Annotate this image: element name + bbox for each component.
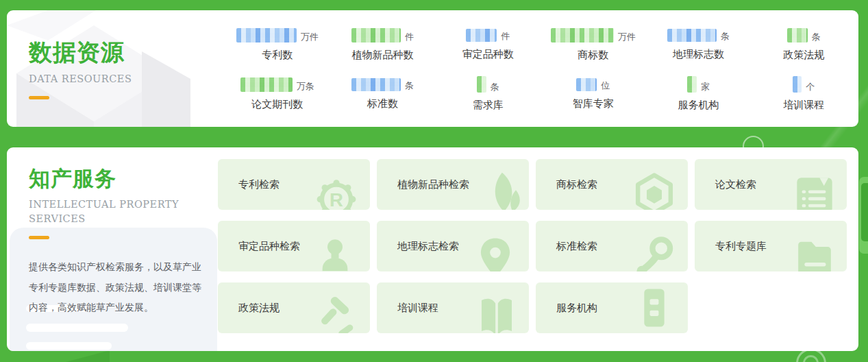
censored-number-mosaic bbox=[787, 28, 808, 43]
service-card-label: 服务机构 bbox=[556, 302, 597, 315]
stat-unit: 家 bbox=[701, 82, 710, 93]
stat-label: 专利数 bbox=[262, 49, 293, 62]
stat-item: 条地理标志数 bbox=[646, 21, 752, 68]
service-card-label: 标准检索 bbox=[556, 240, 597, 253]
stat-label: 商标数 bbox=[578, 49, 608, 62]
stat-item: 条政策法规 bbox=[751, 21, 856, 68]
stat-item: 万件专利数 bbox=[225, 21, 330, 68]
stat-unit: 条 bbox=[491, 82, 499, 93]
service-card-label: 地理标志检索 bbox=[397, 240, 459, 253]
service-card-leaf[interactable]: 植物新品种检索 bbox=[377, 159, 529, 210]
stat-label: 服务机构 bbox=[678, 99, 719, 112]
service-card-hexagon-badge[interactable]: 商标检索 bbox=[536, 159, 688, 210]
censored-number-mosaic bbox=[240, 77, 293, 92]
service-card-building[interactable]: 服务机构 bbox=[536, 282, 688, 333]
stamp-icon bbox=[312, 234, 358, 272]
section-title: 数据资源 bbox=[29, 39, 132, 66]
stat-label: 需求库 bbox=[473, 99, 504, 112]
censored-number-mosaic bbox=[667, 29, 717, 42]
stat-label: 智库专家 bbox=[573, 97, 614, 110]
service-card-folder[interactable]: 专利专题库 bbox=[695, 221, 847, 272]
magnifier-icon bbox=[633, 234, 678, 272]
homepage-sections: 数据资源 DATA RESOURCES 万件专利数件植物新品种数件审定品种数万件… bbox=[0, 0, 868, 362]
stat-unit: 件 bbox=[501, 32, 510, 42]
censored-number-mosaic bbox=[477, 76, 486, 93]
censored-number-mosaic bbox=[236, 28, 297, 43]
placeholder-bar bbox=[26, 342, 112, 350]
data-resources-title-block: 数据资源 DATA RESOURCES bbox=[29, 39, 132, 99]
stat-label: 培训课程 bbox=[783, 99, 824, 112]
section-subtitle: INTELLECTUAL PROPERTY SERVICES bbox=[29, 197, 179, 226]
stat-unit: 万条 bbox=[297, 82, 314, 92]
right-edge-tab-inner-decoration bbox=[861, 183, 868, 241]
service-card-label: 商标检索 bbox=[556, 178, 597, 191]
censored-number-mosaic bbox=[687, 76, 697, 93]
stat-unit: 位 bbox=[601, 81, 610, 91]
service-card-label: 论文检索 bbox=[715, 178, 756, 191]
leaf-icon bbox=[478, 170, 523, 210]
stat-label: 政策法规 bbox=[783, 49, 824, 62]
dark-corner-triangle-decoration bbox=[66, 350, 110, 362]
patent-gear-icon: R bbox=[314, 174, 359, 210]
service-card-map-pin[interactable]: 地理标志检索 bbox=[377, 221, 529, 272]
stat-unit: 万件 bbox=[618, 32, 636, 43]
service-card-label: 植物新品种检索 bbox=[397, 178, 469, 191]
stat-label: 审定品种数 bbox=[462, 48, 514, 61]
service-card-open-book[interactable]: 培训课程 bbox=[377, 282, 529, 333]
ip-services-panel: 知产服务 INTELLECTUAL PROPERTY SERVICES 提供各类… bbox=[7, 147, 858, 351]
service-card-label: 培训课程 bbox=[397, 302, 438, 315]
service-card-label: 政策法规 bbox=[238, 302, 280, 315]
service-cards-grid: 专利检索 R植物新品种检索 商标检索 论文检索 审定品种检索 地理标志检索 标准… bbox=[218, 159, 847, 333]
stat-item: 个培训课程 bbox=[751, 71, 856, 117]
stat-label: 论文期刊数 bbox=[251, 98, 303, 111]
orange-dash-decoration bbox=[29, 236, 49, 239]
building-icon bbox=[632, 285, 677, 330]
stat-item: 条需求库 bbox=[435, 71, 541, 117]
stat-item: 件植物新品种数 bbox=[330, 21, 436, 68]
service-card-stamp[interactable]: 审定品种检索 bbox=[218, 221, 370, 272]
document-list-icon bbox=[792, 171, 837, 210]
stat-item: 家服务机构 bbox=[646, 71, 752, 117]
stat-unit: 条 bbox=[721, 32, 730, 42]
map-pin-icon bbox=[473, 234, 518, 272]
ip-services-title-block: 知产服务 INTELLECTUAL PROPERTY SERVICES bbox=[29, 167, 179, 239]
folder-icon bbox=[792, 232, 837, 272]
section-subtitle: DATA RESOURCES bbox=[29, 72, 132, 86]
service-card-magnifier[interactable]: 标准检索 bbox=[536, 221, 688, 272]
stat-label: 植物新品种数 bbox=[351, 49, 413, 62]
censored-number-mosaic bbox=[793, 76, 802, 93]
gavel-icon bbox=[314, 295, 359, 333]
orange-dash-decoration bbox=[29, 96, 49, 99]
section-title: 知产服务 bbox=[29, 167, 179, 191]
stat-item: 万件商标数 bbox=[541, 21, 646, 68]
ip-services-description: 提供各类知识产权检索服务，以及草产业专利专题库数据、政策法规、培训课堂等内容，高… bbox=[29, 257, 201, 318]
stat-label: 地理标志数 bbox=[673, 48, 724, 61]
censored-number-mosaic bbox=[351, 28, 401, 43]
placeholder-bar bbox=[26, 324, 128, 332]
hexagon-badge-icon bbox=[632, 171, 677, 210]
stat-label: 标准数 bbox=[367, 97, 398, 110]
stats-grid: 万件专利数件植物新品种数件审定品种数万件商标数条地理标志数条政策法规万条论文期刊… bbox=[225, 21, 856, 123]
service-card-label: 专利检索 bbox=[238, 178, 280, 191]
censored-number-mosaic bbox=[466, 29, 497, 42]
stat-unit: 条 bbox=[812, 32, 821, 43]
stat-item: 件审定品种数 bbox=[435, 21, 541, 68]
stat-unit: 条 bbox=[405, 81, 414, 91]
ring-decoration bbox=[803, 355, 819, 362]
stat-item: 条标准数 bbox=[330, 71, 436, 117]
service-card-label: 专利专题库 bbox=[715, 240, 767, 253]
censored-number-mosaic bbox=[551, 28, 614, 43]
stat-item: 位智库专家 bbox=[541, 71, 646, 117]
stat-unit: 万件 bbox=[301, 32, 319, 43]
data-resources-panel: 数据资源 DATA RESOURCES 万件专利数件植物新品种数件审定品种数万件… bbox=[7, 10, 858, 127]
stat-item: 万条论文期刊数 bbox=[225, 71, 330, 117]
service-card-document-list[interactable]: 论文检索 bbox=[695, 159, 847, 210]
svg-text:R: R bbox=[330, 189, 343, 210]
open-book-icon bbox=[474, 293, 519, 333]
service-card-patent-gear[interactable]: 专利检索 R bbox=[218, 159, 370, 210]
service-card-label: 审定品种检索 bbox=[238, 240, 300, 253]
stat-unit: 个 bbox=[806, 82, 815, 93]
censored-number-mosaic bbox=[576, 78, 597, 91]
service-card-gavel[interactable]: 政策法规 bbox=[218, 282, 370, 333]
stat-unit: 件 bbox=[405, 32, 414, 43]
